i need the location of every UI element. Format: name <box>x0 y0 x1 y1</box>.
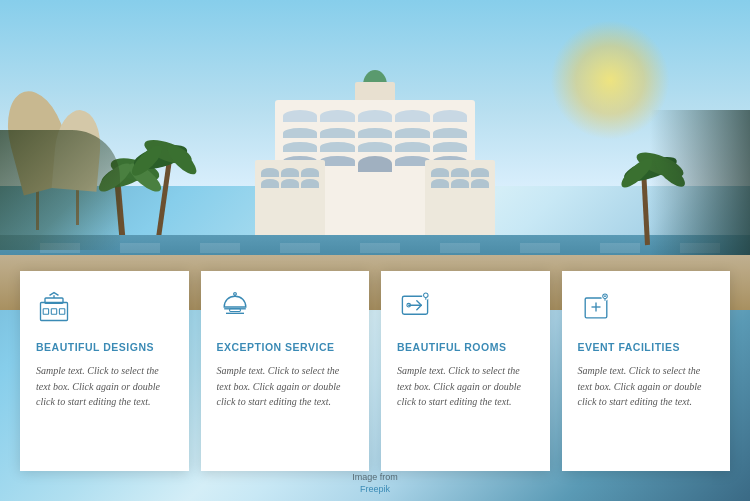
room-icon <box>397 289 437 329</box>
service-icon <box>217 289 257 329</box>
card-beautiful-rooms-title: BEAUTIFUL ROOMS <box>397 341 534 353</box>
image-credit-prefix: Image from <box>352 472 398 482</box>
image-credit-link[interactable]: Freepik <box>360 484 390 494</box>
card-event-facilities-text: Sample text. Click to select the text bo… <box>578 363 715 410</box>
svg-point-23 <box>604 295 606 297</box>
svg-point-8 <box>233 293 236 296</box>
svg-rect-4 <box>59 309 64 314</box>
card-exception-service-text: Sample text. Click to select the text bo… <box>217 363 354 410</box>
card-event-facilities-title: EVENT FACILITIES <box>578 341 715 353</box>
event-icon <box>578 289 618 329</box>
card-beautiful-rooms-text: Sample text. Click to select the text bo… <box>397 363 534 410</box>
svg-rect-9 <box>229 309 240 312</box>
image-credit: Image from Freepik <box>352 471 398 496</box>
building-icon <box>36 289 76 329</box>
foreground-left <box>0 130 120 250</box>
svg-rect-2 <box>43 309 48 314</box>
card-beautiful-designs-title: BEAUTIFUL DESIGNS <box>36 341 173 353</box>
card-beautiful-rooms[interactable]: BEAUTIFUL ROOMS Sample text. Click to se… <box>381 271 550 471</box>
palm-tree-left2 <box>155 155 160 245</box>
svg-rect-0 <box>41 303 68 321</box>
hero-scene <box>0 0 750 310</box>
svg-rect-3 <box>51 309 56 314</box>
card-event-facilities[interactable]: EVENT FACILITIES Sample text. Click to s… <box>562 271 731 471</box>
card-beautiful-designs-text: Sample text. Click to select the text bo… <box>36 363 173 410</box>
card-exception-service-title: EXCEPTION SERVICE <box>217 341 354 353</box>
cards-section: BEAUTIFUL DESIGNS Sample text. Click to … <box>20 271 730 471</box>
card-exception-service[interactable]: EXCEPTION SERVICE Sample text. Click to … <box>201 271 370 471</box>
card-beautiful-designs[interactable]: BEAUTIFUL DESIGNS Sample text. Click to … <box>20 271 189 471</box>
